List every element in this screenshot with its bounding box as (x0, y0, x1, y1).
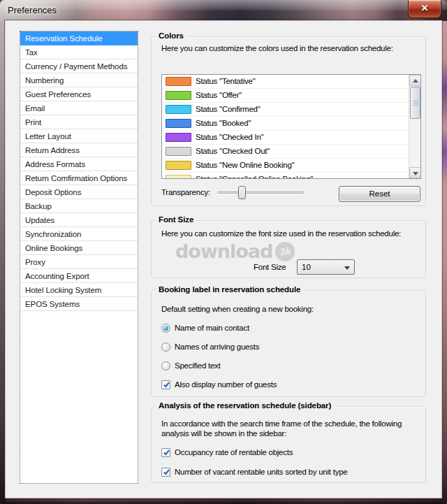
checkbox-icon[interactable] (161, 468, 170, 477)
color-row[interactable]: Status "Booked" (162, 117, 420, 131)
down-arrow-icon (413, 172, 418, 175)
color-swatch (166, 77, 191, 86)
color-row-label: Status "Offer" (196, 91, 242, 99)
color-row[interactable]: Status "Checked Out" (162, 145, 420, 159)
sidebar-item[interactable]: Proxy (20, 255, 138, 269)
color-swatch (166, 161, 191, 170)
radio-icon[interactable] (161, 324, 170, 333)
color-row[interactable]: Status "Offer" (162, 89, 420, 103)
scrollbar-up-button[interactable] (409, 75, 421, 86)
window-border-bottom (6, 498, 441, 504)
sidebar-list: Reservation ScheduleTaxCurrency / Paymen… (20, 31, 138, 484)
sidebar-item[interactable]: Numbering (20, 73, 138, 87)
option-label: Name of main contact (175, 324, 249, 332)
reset-button[interactable]: Reset (339, 186, 420, 202)
color-swatch (166, 91, 191, 100)
client-area: Reservation ScheduleTaxCurrency / Paymen… (6, 21, 441, 498)
scrollbar-down-button[interactable] (409, 167, 421, 178)
color-swatch (166, 175, 191, 179)
up-arrow-icon (413, 79, 418, 82)
window-border-right (441, 21, 447, 504)
sidebar-item[interactable]: Letter Layout (20, 129, 138, 143)
option-label: Occupancy rate of rentable objects (175, 448, 293, 456)
scrollbar-thumb[interactable] (410, 87, 420, 119)
checkbox-option[interactable]: Also display number of guests (161, 379, 277, 390)
color-list-scrollbar[interactable] (409, 75, 420, 178)
sidebar-item[interactable]: Guest Preferences (20, 87, 138, 101)
color-row[interactable]: Status "Tentative" (162, 75, 420, 89)
watermark-text: download (175, 240, 272, 262)
color-list: Status "Tentative"Status "Offer"Status "… (161, 74, 421, 179)
color-row-label: Status "Booked" (196, 119, 251, 127)
group-booking-label: Booking label in reservation schedule De… (151, 290, 426, 397)
sidebar-item[interactable]: Backup (20, 199, 138, 213)
analysis-description-line2: analysis will be shown in the sidebar: (161, 429, 286, 438)
analysis-title: Analysis of the reservation schedule (si… (156, 401, 334, 410)
font-size-field-label: Font Size (254, 263, 286, 271)
transparency-slider[interactable] (217, 186, 305, 200)
window-border-left (0, 21, 6, 504)
option-label: Names of arriving guests (175, 343, 259, 351)
group-colors: Colors Here you can customize the colors… (151, 36, 426, 206)
sidebar-item[interactable]: Tax (20, 45, 138, 59)
sidebar-item[interactable]: Deposit Options (20, 185, 138, 199)
color-row[interactable]: Status "Checked In" (162, 131, 420, 145)
group-font-size: Font Size Here you can customize the fon… (151, 220, 426, 278)
sidebar-item[interactable]: EPOS Systems (20, 297, 138, 311)
color-row[interactable]: Status "Cancelled Online Booking" (162, 173, 420, 179)
sidebar-item[interactable]: Accounting Export (20, 269, 138, 283)
option-label: Also display number of guests (175, 380, 277, 389)
sidebar-item[interactable]: Synchronization (20, 227, 138, 241)
window-title: Preferences (8, 5, 57, 15)
radio-option[interactable]: Name of main contact (161, 322, 249, 333)
radio-icon[interactable] (161, 343, 170, 352)
transparency-label: Transparency: (161, 188, 210, 196)
sidebar-item[interactable]: Online Bookings (20, 241, 138, 255)
sidebar-item[interactable]: Reservation Schedule (20, 31, 138, 45)
font-size-title: Font Size (156, 215, 196, 224)
slider-track[interactable] (217, 192, 305, 194)
checkbox-icon[interactable] (161, 448, 170, 457)
booking-description: Default setting when creating a new book… (161, 305, 314, 313)
chevron-down-icon (344, 266, 350, 270)
checkbox-icon[interactable] (161, 380, 170, 389)
close-button[interactable]: ✕ (408, 0, 441, 18)
sidebar-item[interactable]: Print (20, 115, 138, 129)
color-swatch (166, 133, 191, 142)
watermark: download 3k (175, 240, 295, 262)
checkbox-option[interactable]: Occupancy rate of rentable objects (161, 447, 293, 458)
sidebar-item[interactable]: Address Formats (20, 157, 138, 171)
close-icon: ✕ (421, 3, 429, 13)
font-size-value: 10 (302, 263, 311, 271)
sidebar-item[interactable]: Hotel Locking System (20, 283, 138, 297)
radio-icon[interactable] (161, 361, 170, 370)
color-row-label: Status "Checked In" (196, 133, 263, 141)
booking-title: Booking label in reservation schedule (156, 285, 303, 294)
color-row[interactable]: Status "New Online Booking" (162, 159, 420, 173)
color-row[interactable]: Status "Confirmed" (162, 103, 420, 117)
analysis-description-line1: In accordance with the search time frame… (161, 419, 402, 428)
color-swatch (166, 147, 191, 156)
font-size-description: Here you can customize the font size use… (161, 229, 401, 238)
radio-option[interactable]: Specified text (161, 360, 221, 371)
color-swatch (166, 105, 191, 114)
color-swatch (166, 119, 191, 128)
colors-description: Here you can customize the colors used i… (161, 44, 393, 52)
sidebar-item[interactable]: Return Comfirmation Options (20, 171, 138, 185)
group-analysis: Analysis of the reservation schedule (si… (151, 406, 426, 483)
sidebar-item[interactable]: Currency / Payment Methods (20, 59, 138, 73)
color-row-label: Status "New Online Booking" (196, 161, 294, 169)
radio-option[interactable]: Names of arriving guests (161, 341, 259, 352)
sidebar-item[interactable]: Email (20, 101, 138, 115)
sidebar-item[interactable]: Updates (20, 213, 138, 227)
color-row-label: Status "Checked Out" (196, 147, 270, 155)
color-row-label: Status "Confirmed" (196, 105, 261, 113)
colors-title: Colors (156, 31, 186, 40)
option-label: Number of vacant rentable units sorted b… (175, 468, 347, 476)
slider-thumb[interactable] (238, 186, 246, 199)
checkbox-option[interactable]: Number of vacant rentable units sorted b… (161, 466, 347, 477)
color-row-label: Status "Cancelled Online Booking" (196, 175, 313, 179)
option-label: Specified text (175, 361, 221, 370)
font-size-select[interactable]: 10 (297, 259, 355, 275)
sidebar-item[interactable]: Return Address (20, 143, 138, 157)
